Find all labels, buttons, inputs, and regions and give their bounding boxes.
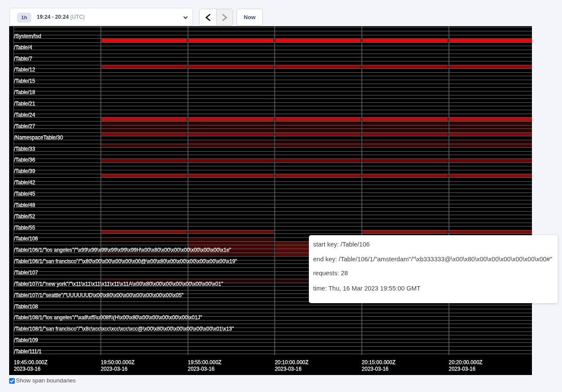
svg-text:/Table/108: /Table/108 (14, 303, 38, 309)
svg-text:/Table/48: /Table/48 (14, 202, 35, 208)
svg-text:/Table/108/1/"san francisco"/": /Table/108/1/"san francisco"/"\x8c\xcc\x… (14, 326, 234, 332)
svg-text:19:55:00.000Z: 19:55:00.000Z (188, 359, 221, 365)
svg-text:/Table/18: /Table/18 (14, 89, 35, 95)
svg-text:/Table/106/1/"los angeles"/"\x: /Table/106/1/"los angeles"/"\x99\x99\x99… (14, 247, 231, 253)
svg-text:19:45:00.000Z: 19:45:00.000Z (14, 359, 47, 365)
svg-text:/Table/42: /Table/42 (14, 179, 35, 186)
svg-text:/Table/21: /Table/21 (14, 101, 35, 107)
svg-text:20:10:00.000Z: 20:10:00.000Z (275, 359, 308, 365)
svg-text:/Table/109: /Table/109 (14, 337, 38, 343)
svg-text:/Table/4: /Table/4 (14, 44, 32, 50)
svg-text:2023-03-16: 2023-03-16 (449, 365, 476, 372)
svg-text:/Table/106: /Table/106 (14, 236, 38, 242)
svg-text:/Table/36: /Table/36 (14, 157, 35, 163)
svg-text:/Table/108/1/"los angeles"/"\x: /Table/108/1/"los angeles"/"\xa8\xf5\u00… (14, 314, 202, 321)
svg-text:/Table/107/1/"new york"/"\x11\: /Table/107/1/"new york"/"\x11\x11\x11\x1… (14, 280, 223, 287)
svg-text:20:15:00.000Z: 20:15:00.000Z (362, 359, 395, 365)
svg-text:/Table/107/1/"seattle"/"UUUUUU: /Table/107/1/"seattle"/"UUUUUUD\x00\x80\… (14, 292, 183, 298)
svg-text:20:20:00.000Z: 20:20:00.000Z (449, 359, 482, 365)
svg-text:/Table/106/1/"san francisco"/": /Table/106/1/"san francisco"/"\x80\x00\x… (14, 258, 237, 264)
svg-text:2023-03-16: 2023-03-16 (188, 365, 215, 372)
svg-text:2023-03-16: 2023-03-16 (101, 365, 128, 372)
svg-text:/Table/107: /Table/107 (14, 269, 38, 275)
svg-text:/System/tsd: /System/tsd (14, 33, 41, 39)
svg-text:2023-03-16: 2023-03-16 (275, 365, 302, 372)
svg-text:/Table/24: /Table/24 (14, 112, 35, 118)
svg-text:2023-03-16: 2023-03-16 (14, 365, 41, 372)
svg-text:19:50:00.000Z: 19:50:00.000Z (101, 359, 134, 365)
svg-text:/Table/27: /Table/27 (14, 123, 35, 129)
svg-text:2023-03-16: 2023-03-16 (362, 365, 389, 372)
svg-text:/Table/52: /Table/52 (14, 213, 35, 219)
svg-text:/Table/7: /Table/7 (14, 55, 32, 61)
svg-text:/Table/39: /Table/39 (14, 168, 35, 174)
svg-text:/Table/111/1: /Table/111/1 (14, 348, 42, 354)
svg-text:/Table/33: /Table/33 (14, 145, 35, 152)
svg-text:/NamespaceTable/30: /NamespaceTable/30 (14, 134, 63, 140)
svg-text:/Table/45: /Table/45 (14, 190, 35, 196)
svg-text:/Table/15: /Table/15 (14, 78, 35, 84)
svg-text:/Table/12: /Table/12 (14, 67, 35, 73)
svg-text:/Table/55: /Table/55 (14, 224, 35, 230)
